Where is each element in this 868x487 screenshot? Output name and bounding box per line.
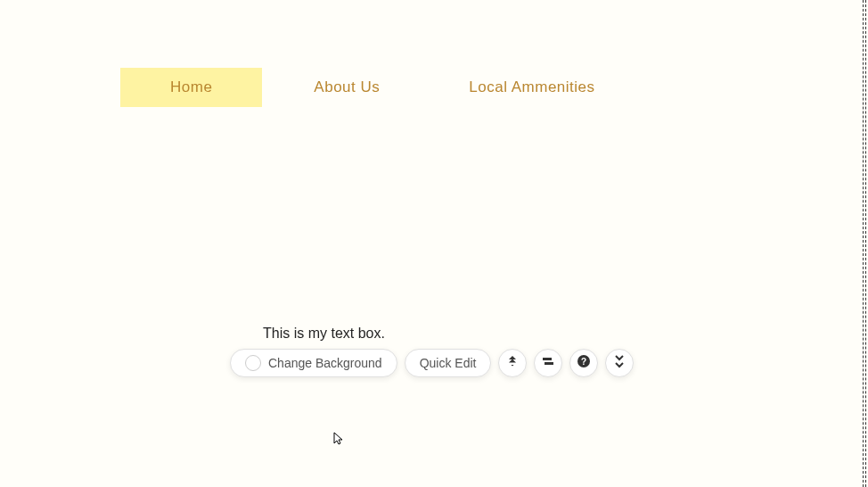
nav-item-label: Local Ammenities <box>469 78 594 95</box>
strip-toolbar: Change Background Quick Edit ? <box>230 349 634 377</box>
stretch-icon <box>541 354 555 372</box>
color-swatch-icon <box>245 355 261 371</box>
text-box[interactable]: This is my text box. <box>263 326 385 342</box>
right-panel-edge <box>863 0 866 487</box>
scroll-effects-button[interactable] <box>498 349 527 377</box>
help-button[interactable]: ? <box>569 349 598 377</box>
nav-home[interactable]: Home <box>120 68 262 107</box>
stretch-button[interactable] <box>534 349 562 377</box>
nav-item-label: About Us <box>314 78 380 95</box>
mouse-cursor-icon <box>332 431 347 445</box>
change-background-label: Change Background <box>268 356 382 370</box>
main-nav: Home About Us Local Ammenities <box>120 68 624 107</box>
nav-item-label: Home <box>170 78 212 95</box>
text-box-content: This is my text box. <box>263 326 385 341</box>
nav-about[interactable]: About Us <box>278 68 415 107</box>
quick-edit-label: Quick Edit <box>420 356 477 370</box>
change-background-button[interactable]: Change Background <box>230 349 397 377</box>
svg-text:?: ? <box>581 357 586 367</box>
zigzag-icon <box>612 354 626 372</box>
nav-local-amenities[interactable]: Local Ammenities <box>440 68 623 107</box>
animation-button[interactable] <box>605 349 634 377</box>
quick-edit-button[interactable]: Quick Edit <box>405 349 492 377</box>
help-icon: ? <box>577 354 591 372</box>
chevron-up-double-icon <box>505 354 520 372</box>
